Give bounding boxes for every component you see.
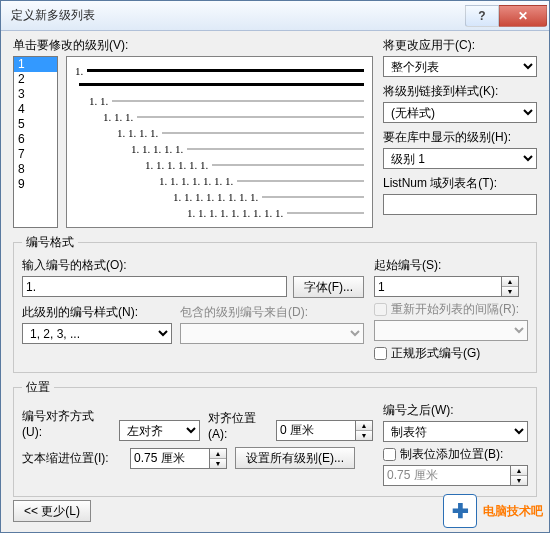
watermark-text: 电脑技术吧 <box>483 503 543 520</box>
preview-row <box>75 79 364 90</box>
preview-row: 1. 1. 1. 1. 1. 1. <box>75 159 364 170</box>
bottom-bar: << 更少(L) <box>13 500 91 522</box>
position-legend: 位置 <box>22 379 54 396</box>
dialog-content: 单击要修改的级别(V): 123456789 1.1. 1.1. 1. 1.1.… <box>1 31 549 505</box>
listnum-label: ListNum 域列表名(T): <box>383 175 537 192</box>
preview-row: 1. 1. 1. 1. 1. 1. 1. 1. 1. <box>75 207 364 218</box>
help-button[interactable]: ? <box>465 5 499 27</box>
preview-row: 1. 1. 1. 1. 1. 1. 1. <box>75 175 364 186</box>
level-item[interactable]: 1 <box>14 57 57 72</box>
preview-row: 1. 1. 1. 1. <box>75 127 364 138</box>
start-at-label: 起始编号(S): <box>374 257 528 274</box>
indent-input[interactable] <box>130 448 210 469</box>
enter-format-input[interactable] <box>22 276 287 297</box>
level-item[interactable]: 6 <box>14 132 57 147</box>
align-select[interactable]: 左对齐 <box>119 420 200 441</box>
preview-row: 1. 1. 1. 1. 1. <box>75 143 364 154</box>
dialog-window: 定义新多级列表 ? ✕ 单击要修改的级别(V): 123456789 1.1. … <box>0 0 550 533</box>
window-buttons: ? ✕ <box>465 5 547 27</box>
align-at-spin[interactable]: ▲▼ <box>356 420 373 441</box>
level-item[interactable]: 9 <box>14 177 57 192</box>
legal-format-checkbox[interactable] <box>374 347 387 360</box>
start-at-spin-buttons[interactable]: ▲▼ <box>502 276 519 297</box>
level-item[interactable]: 4 <box>14 102 57 117</box>
position-group: 位置 编号对齐方式(U): 左对齐 对齐位置(A): ▲▼ <box>13 379 537 497</box>
level-item[interactable]: 7 <box>14 147 57 162</box>
link-style-select[interactable]: (无样式) <box>383 102 537 123</box>
include-level-label: 包含的级别编号来自(D): <box>180 304 364 321</box>
show-level-label: 要在库中显示的级别(H): <box>383 129 537 146</box>
title-bar: 定义新多级列表 ? ✕ <box>1 1 549 31</box>
tabstop-input <box>383 465 511 486</box>
level-item[interactable]: 5 <box>14 117 57 132</box>
align-label: 编号对齐方式(U): <box>22 408 111 439</box>
less-button[interactable]: << 更少(L) <box>13 500 91 522</box>
level-item[interactable]: 8 <box>14 162 57 177</box>
window-title: 定义新多级列表 <box>11 7 95 24</box>
after-number-label: 编号之后(W): <box>383 402 528 419</box>
restart-label: 重新开始列表的间隔(R): <box>391 301 519 318</box>
align-at-input[interactable] <box>276 420 356 441</box>
restart-select <box>374 320 528 341</box>
legal-format-label: 正规形式编号(G) <box>391 345 480 362</box>
apply-to-select[interactable]: 整个列表 <box>383 56 537 77</box>
listnum-input[interactable] <box>383 194 537 215</box>
preview-row: 1. 1. <box>75 95 364 106</box>
level-listbox[interactable]: 123456789 <box>13 56 58 228</box>
preview-row: 1. <box>75 65 364 76</box>
enter-format-label: 输入编号的格式(O): <box>22 257 364 274</box>
close-button[interactable]: ✕ <box>499 5 547 27</box>
indent-spinner[interactable]: ▲▼ <box>130 448 227 469</box>
apply-to-label: 将更改应用于(C): <box>383 37 537 54</box>
number-style-select[interactable]: 1, 2, 3, ... <box>22 323 172 344</box>
preview-pane: 1.1. 1.1. 1. 1.1. 1. 1. 1.1. 1. 1. 1. 1.… <box>66 56 373 228</box>
level-item[interactable]: 3 <box>14 87 57 102</box>
include-level-select <box>180 323 364 344</box>
indent-label: 文本缩进位置(I): <box>22 450 122 467</box>
align-at-spinner[interactable]: ▲▼ <box>276 420 373 441</box>
tabstop-checkbox[interactable] <box>383 448 396 461</box>
legal-format-row[interactable]: 正规形式编号(G) <box>374 345 528 362</box>
restart-checkbox-row: 重新开始列表的间隔(R): <box>374 301 528 318</box>
indent-spin[interactable]: ▲▼ <box>210 448 227 469</box>
tabstop-spinner: ▲▼ <box>383 465 528 486</box>
set-all-levels-button[interactable]: 设置所有级别(E)... <box>235 447 355 469</box>
start-at-input[interactable] <box>374 276 502 297</box>
restart-checkbox <box>374 303 387 316</box>
number-format-group: 编号格式 输入编号的格式(O): 字体(F)... 此级别的编号样式(N): 1… <box>13 234 537 373</box>
level-list-label: 单击要修改的级别(V): <box>13 37 373 54</box>
tabstop-row[interactable]: 制表位添加位置(B): <box>383 446 528 463</box>
number-style-label: 此级别的编号样式(N): <box>22 304 172 321</box>
link-style-label: 将级别链接到样式(K): <box>383 83 537 100</box>
preview-row: 1. 1. 1. <box>75 111 364 122</box>
start-at-spinner[interactable]: ▲▼ <box>374 276 528 297</box>
preview-row: 1. 1. 1. 1. 1. 1. 1. 1. <box>75 191 364 202</box>
tabstop-label: 制表位添加位置(B): <box>400 446 503 463</box>
show-level-select[interactable]: 级别 1 <box>383 148 537 169</box>
tabstop-spin: ▲▼ <box>511 465 528 486</box>
font-button[interactable]: 字体(F)... <box>293 276 364 298</box>
align-at-label: 对齐位置(A): <box>208 410 268 441</box>
after-number-select[interactable]: 制表符 <box>383 421 528 442</box>
number-format-legend: 编号格式 <box>22 234 78 251</box>
level-item[interactable]: 2 <box>14 72 57 87</box>
